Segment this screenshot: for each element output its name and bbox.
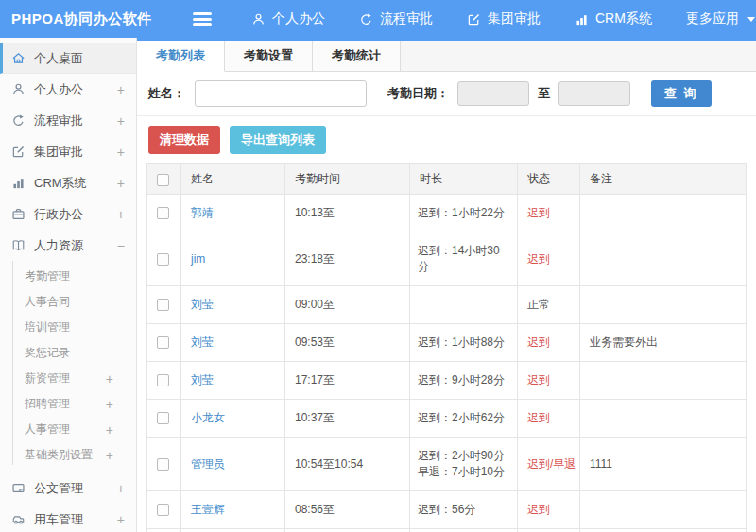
sidebar-item[interactable]: 个人办公+ [0,74,136,105]
time-cell: 09:53至 [285,324,410,362]
attendance-table-wrap: 姓名考勤时间时长状态备注 郭靖10:13至迟到：1小时22分迟到jim23:18… [137,163,756,532]
sidebar-item[interactable]: 公文管理+ [0,472,136,504]
sidebar-subitem[interactable]: 考勤管理 [0,264,136,289]
expand-plus-icon[interactable]: + [117,177,125,190]
duration-cell: 迟到：14小时30分 [410,232,518,286]
expand-plus-icon[interactable]: + [117,482,125,495]
menu-toggle-icon[interactable] [193,12,212,26]
sidebar-item-label: CRM系统 [34,175,87,192]
note-cell: 业务需要外出 [580,324,747,362]
status-badge: 迟到 [527,373,550,386]
sidebar-subitem[interactable]: 培训管理 [0,315,136,340]
sidebar-item[interactable]: 流程审批+ [0,105,136,136]
row-checkbox[interactable] [157,336,169,349]
row-checkbox[interactable] [157,504,169,516]
user-icon [251,12,266,26]
row-checkbox-cell [147,438,181,491]
nav-item[interactable]: 流程审批 [359,10,433,27]
employee-name-link[interactable]: 刘莹 [191,335,214,349]
expand-plus-icon[interactable]: + [117,83,125,96]
employee-name-link[interactable]: 刘莹 [191,298,214,311]
clean-data-button[interactable]: 清理数据 [148,126,220,154]
user-icon [11,82,26,96]
sidebar-item[interactable]: 个人桌面 [0,43,136,74]
edit-icon [11,145,26,159]
sidebar-subitem[interactable]: 薪资管理+ [0,366,136,391]
sidebar-subitem[interactable]: 人事合同 [0,289,136,315]
nav-item-label: 更多应用 [686,10,739,27]
column-header: 时长 [410,164,518,195]
employee-name-link[interactable]: 王壹辉 [191,503,225,516]
sidebar-item-label: 个人办公 [34,81,83,98]
top-nav: 个人办公流程审批集团审批CRM系统更多应用 [251,10,755,27]
row-checkbox-cell [147,232,181,286]
chart-icon [11,176,26,190]
sidebar-item[interactable]: CRM系统+ [0,167,136,198]
employee-name-link[interactable]: jim [191,252,205,266]
expand-plus-icon[interactable]: + [117,513,125,526]
app-window: PHPOA协同办公软件 个人办公流程审批集团审批CRM系统更多应用 个人桌面个人… [0,0,756,532]
sidebar-item-label: 人力资源 [34,237,83,254]
collapse-minus-icon[interactable]: − [117,239,125,252]
sidebar-item-label: 公文管理 [34,480,83,497]
employee-name-link[interactable]: 管理员 [191,457,225,471]
expand-plus-icon[interactable]: + [106,449,113,462]
note-cell [580,362,747,400]
row-checkbox[interactable] [157,253,169,266]
row-checkbox[interactable] [157,374,169,386]
sidebar-subitem-label: 培训管理 [25,319,70,335]
sidebar-item[interactable]: 用车管理+ [0,504,136,532]
expand-plus-icon[interactable]: + [106,372,113,386]
tab-active[interactable]: 考勤列表 [137,41,225,72]
sidebar-item[interactable]: 集团审批+ [0,136,136,167]
flow-icon [11,113,26,128]
time-cell: 10:37至 [285,400,410,438]
chart-icon [575,12,589,26]
tab-item[interactable]: 考勤统计 [313,41,401,71]
export-list-button[interactable]: 导出查询列表 [230,126,326,154]
expand-plus-icon[interactable]: + [106,398,113,411]
employee-name-link[interactable]: 小龙女 [191,411,225,424]
expand-plus-icon[interactable]: + [117,208,125,221]
tab-item[interactable]: 考勤设置 [225,41,313,71]
row-checkbox[interactable] [157,207,169,219]
sidebar-subitem[interactable]: 奖惩记录 [0,340,136,366]
expand-plus-icon[interactable]: + [106,423,113,437]
row-checkbox[interactable] [157,299,169,311]
note-cell [580,232,747,286]
expand-plus-icon[interactable]: + [117,114,125,128]
table-row: 刘莹09:53至迟到：1小时88分迟到业务需要外出 [147,324,747,362]
employee-name-link[interactable]: 刘莹 [191,373,214,386]
date-to-input[interactable] [558,81,630,106]
name-input[interactable] [195,80,367,107]
search-button[interactable]: 查 询 [651,80,712,107]
employee-name-link[interactable]: 郭靖 [191,206,214,219]
nav-item[interactable]: 更多应用 [686,10,755,27]
sidebar-item-label: 集团审批 [34,144,83,161]
duration-cell: 迟到：2小时62分 [410,400,518,438]
sidebar-subitem-label: 基础类别设置 [25,447,93,463]
nav-item[interactable]: 集团审批 [467,10,541,27]
sidebar-subitem[interactable]: 人事管理+ [0,417,136,442]
sidebar-item[interactable]: 行政办公+ [0,198,136,230]
body-row: 个人桌面个人办公+流程审批+集团审批+CRM系统+行政办公+人力资源−考勤管理人… [0,38,756,532]
sidebar-subitem[interactable]: 招聘管理+ [0,391,136,417]
home-icon [11,51,26,65]
row-checkbox[interactable] [157,458,169,471]
nav-item-label: CRM系统 [595,10,652,27]
note-cell [580,491,747,529]
nav-item[interactable]: CRM系统 [575,10,652,27]
date-from-input[interactable] [457,81,529,106]
row-checkbox[interactable] [157,412,169,424]
table-row: 刘莹09:00至正常 [147,286,747,324]
duration-cell: 迟到：1小时88分 [410,324,518,362]
select-all-checkbox[interactable] [157,174,169,186]
time-cell: 10:54至10:54 [285,438,410,491]
duration-cell: 迟到：56分 [410,491,518,529]
sidebar-item[interactable]: 人力资源− [0,230,136,261]
nav-item[interactable]: 个人办公 [251,10,325,27]
table-row: 王壹辉08:56至迟到：56分迟到 [147,491,747,529]
sidebar-subitem[interactable]: 基础类别设置+ [0,442,136,468]
column-header: 考勤时间 [285,164,410,195]
expand-plus-icon[interactable]: + [117,146,125,159]
